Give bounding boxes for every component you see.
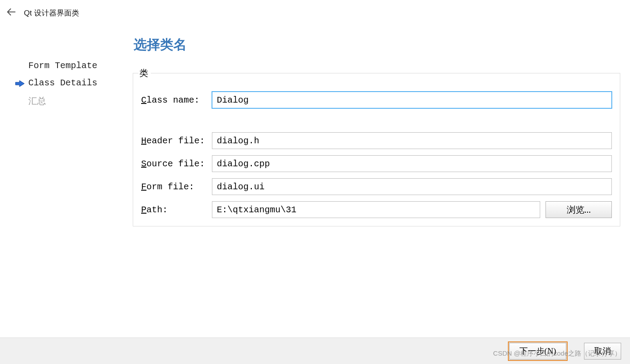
row-source-file: Source file: [141,155,612,172]
wizard-sidebar: Form Template Class Details 汇总 [0,23,133,226]
label-header-file: Header file: [141,136,212,146]
group-legend: 类 [138,67,151,79]
wizard-header: Qt 设计器界面类 [0,0,630,23]
label-source-file: Source file: [141,159,212,169]
wizard-main: Form Template Class Details 汇总 选择类名 类 Cl… [0,23,630,226]
step-label: Class Details [28,78,97,88]
spacer [141,115,612,132]
path-input[interactable] [212,201,540,218]
wizard-content: 选择类名 类 Class name: Header file: Source f… [133,23,630,226]
step-form-template: Form Template [13,57,133,74]
form-file-input[interactable] [212,178,612,195]
step-class-details: Class Details [13,74,133,92]
row-form-file: Form file: [141,178,612,195]
label-path: Path: [141,205,212,215]
row-path: Path: 浏览... [141,201,612,218]
step-label: Form Template [28,61,97,71]
page-title: 选择类名 [134,36,620,54]
step-marker-icon [15,98,25,105]
arrow-right-icon [15,80,25,87]
label-class-name: Class name: [141,95,212,105]
step-marker-icon [15,62,25,69]
source-file-input[interactable] [212,155,612,172]
back-arrow-icon[interactable] [6,8,16,18]
header-file-input[interactable] [212,132,612,149]
class-name-input[interactable] [212,92,612,108]
step-summary: 汇总 [13,92,133,111]
row-header-file: Header file: [141,132,612,149]
next-button[interactable]: 下一步(N) [509,343,566,360]
label-form-file: Form file: [141,182,212,192]
wizard-title: Qt 设计器界面类 [24,8,79,18]
browse-button[interactable]: 浏览... [545,201,612,218]
class-groupbox: 类 Class name: Header file: Source file: … [133,67,620,226]
row-class-name: Class name: [141,92,612,108]
cancel-button[interactable]: 取消 [584,343,621,360]
wizard-footer: 下一步(N) 取消 [0,337,630,364]
step-label: 汇总 [28,95,46,107]
